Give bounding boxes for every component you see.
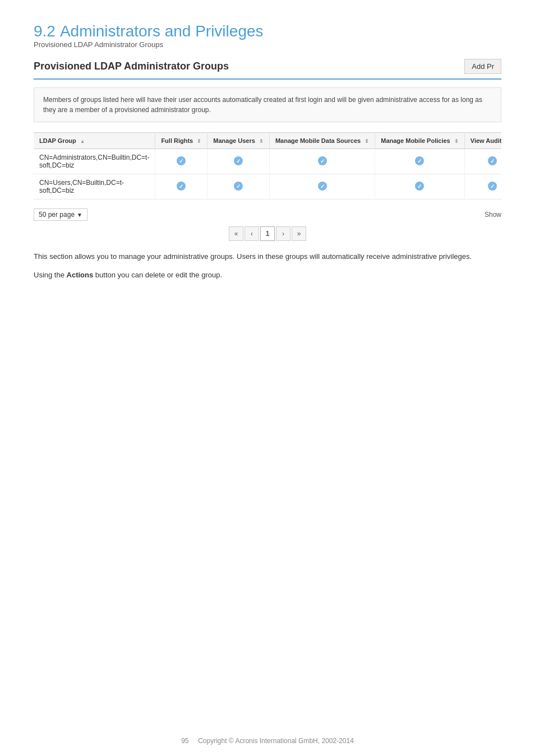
- footer-copyright: Copyright © Acronis International GmbH, …: [198, 737, 354, 745]
- view-audit-log-cell-0: [464, 149, 501, 174]
- pagination-first-button[interactable]: «: [229, 226, 243, 241]
- per-page-label: 50 per page: [39, 211, 75, 219]
- sort-icon-manage-mobile-data: ⇕: [365, 138, 369, 144]
- page-footer: 95 Copyright © Acronis International Gmb…: [0, 737, 535, 745]
- check-icon: [318, 156, 327, 165]
- per-page-arrow-icon: ▼: [77, 212, 82, 218]
- info-box: Members of groups listed here will have …: [34, 87, 501, 122]
- pagination-current-page[interactable]: 1: [260, 226, 275, 241]
- ldap-group-cell-1: CN=Users,CN=Builtin,DC=t-soft,DC=biz: [34, 174, 155, 200]
- sort-icon-manage-users: ⇕: [259, 138, 264, 144]
- table-row: CN=Users,CN=Builtin,DC=t-soft,DC=biz: [34, 174, 501, 200]
- description-paragraph-1: This section allows you to manage your a…: [34, 251, 501, 263]
- pagination: « ‹ 1 › »: [34, 226, 501, 241]
- check-icon: [234, 156, 243, 165]
- col-header-ldap-group[interactable]: LDAP Group ▲: [34, 133, 155, 149]
- manage-users-cell-0: [207, 149, 270, 174]
- description2-prefix: Using the: [34, 271, 67, 279]
- check-icon: [177, 156, 186, 165]
- manage-mobile-data-cell-0: [269, 149, 375, 174]
- info-box-text: Members of groups listed here will have …: [43, 96, 482, 114]
- footer-page-number: 95: [181, 737, 188, 745]
- panel-header: Provisioned LDAP Administrator Groups Ad…: [34, 59, 501, 80]
- panel-title: Provisioned LDAP Administrator Groups: [34, 61, 229, 72]
- ldap-groups-table: LDAP Group ▲ Full Rights ⇕ Manage Users …: [34, 132, 501, 200]
- description2-suffix: button you can delete or edit the group.: [93, 271, 222, 279]
- description2-bold: Actions: [67, 271, 94, 279]
- manage-mobile-data-cell-1: [269, 174, 375, 200]
- check-icon: [234, 182, 243, 191]
- pagination-prev-button[interactable]: ‹: [245, 226, 259, 241]
- col-header-view-audit-log: View Audit Log: [464, 133, 501, 149]
- breadcrumb: Provisioned LDAP Administrator Groups: [34, 40, 501, 49]
- col-header-manage-users[interactable]: Manage Users ⇕: [207, 133, 270, 149]
- check-icon: [415, 156, 424, 165]
- col-header-manage-mobile-policies[interactable]: Manage Mobile Policies ⇕: [375, 133, 465, 149]
- manage-mobile-policies-cell-1: [375, 174, 465, 200]
- add-provisioned-button[interactable]: Add Pr: [464, 59, 501, 74]
- col-header-full-rights[interactable]: Full Rights ⇕: [155, 133, 207, 149]
- check-icon: [488, 182, 497, 191]
- manage-users-cell-1: [207, 174, 270, 200]
- sort-icon-ldap: ▲: [80, 138, 85, 144]
- check-icon: [318, 182, 327, 191]
- sort-icon-manage-mobile-policies: ⇕: [454, 138, 459, 144]
- full-rights-cell-0: [155, 149, 207, 174]
- section-heading: 9.2Administrators and Privileges: [34, 22, 501, 40]
- table-header-row: LDAP Group ▲ Full Rights ⇕ Manage Users …: [34, 133, 501, 149]
- table-row: CN=Administrators,CN=Builtin,DC=t-soft,D…: [34, 149, 501, 174]
- ldap-group-cell-0: CN=Administrators,CN=Builtin,DC=t-soft,D…: [34, 149, 155, 174]
- pagination-last-button[interactable]: »: [292, 226, 306, 241]
- description-paragraph-2: Using the Actions button you can delete …: [34, 270, 501, 281]
- full-rights-cell-1: [155, 174, 207, 200]
- section-number: 9.2: [34, 22, 56, 40]
- check-icon: [415, 182, 424, 191]
- per-page-selector[interactable]: 50 per page ▼: [34, 208, 87, 221]
- pagination-next-button[interactable]: ›: [276, 226, 290, 241]
- col-header-manage-mobile-data[interactable]: Manage Mobile Data Sources ⇕: [269, 133, 375, 149]
- view-audit-log-cell-1: [464, 174, 501, 200]
- check-icon: [177, 182, 186, 191]
- show-label: Show: [485, 211, 501, 219]
- sort-icon-full-rights: ⇕: [197, 138, 201, 144]
- manage-mobile-policies-cell-0: [375, 149, 465, 174]
- check-icon: [488, 156, 497, 165]
